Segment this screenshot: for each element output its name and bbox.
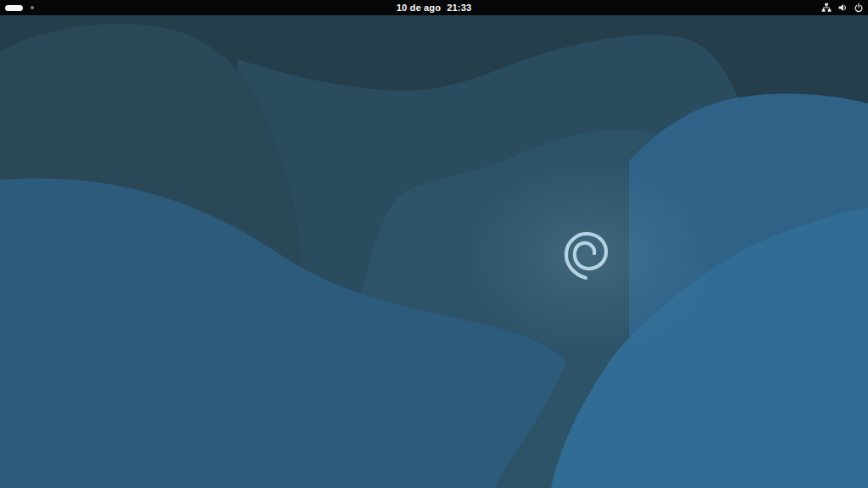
clock-time: 21:33	[447, 3, 471, 13]
network-wired-icon	[821, 3, 832, 13]
desktop: { "topbar": { "clock": { "date": "10 de …	[0, 0, 868, 488]
wallpaper	[0, 0, 868, 488]
top-bar: 10 de ago 21:33	[0, 0, 868, 15]
system-status-menu[interactable]	[817, 0, 868, 15]
clock[interactable]: 10 de ago 21:33	[0, 0, 868, 15]
clock-date: 10 de ago	[397, 3, 442, 13]
volume-icon	[837, 3, 848, 13]
swirl-glow	[460, 158, 715, 353]
power-icon	[854, 3, 864, 13]
